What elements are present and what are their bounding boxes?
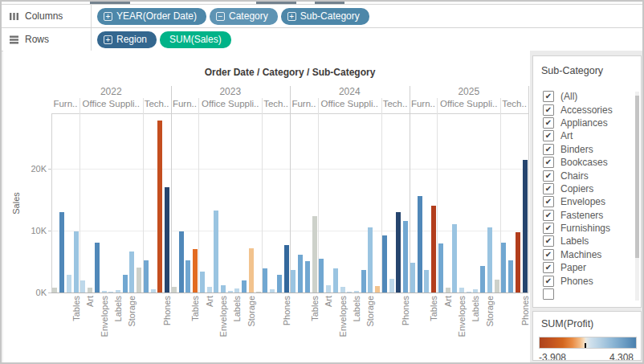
rows-shelf[interactable]: Rows +RegionSUM(Sales) — [2, 28, 642, 51]
bar-2023-storage[interactable] — [249, 248, 254, 292]
bar-2025-copiers[interactable] — [508, 260, 513, 292]
bar-2023-accessories[interactable] — [263, 268, 267, 292]
checkbox-checked-icon[interactable]: ✔ — [543, 249, 554, 260]
filter-item-envelopes[interactable]: ✔Envelopes — [533, 195, 641, 208]
checkbox-checked-icon[interactable]: ✔ — [543, 223, 554, 234]
bar-2023-binders[interactable] — [214, 211, 218, 292]
filter-scrollbar-thumb[interactable] — [635, 96, 639, 258]
filter-item-fasteners[interactable]: ✔Fasteners — [533, 209, 641, 222]
bar-2025-art[interactable] — [446, 288, 450, 292]
bar-2022-labels[interactable] — [116, 290, 120, 292]
pill-columns-year-order-date-[interactable]: +YEAR(Order Date) — [97, 8, 206, 25]
bar-2022-machines[interactable] — [157, 121, 162, 292]
bar-2022-copiers[interactable] — [151, 289, 156, 292]
bar-2024-storage[interactable] — [368, 227, 373, 292]
profit-gradient[interactable] — [539, 337, 637, 349]
bar-2023-fasteners[interactable] — [228, 291, 233, 292]
checkbox-checked-icon[interactable]: ✔ — [543, 183, 554, 194]
bar-2024-chairs[interactable] — [298, 255, 303, 292]
checkbox-checked-icon[interactable]: ✔ — [543, 276, 554, 287]
bar-2025-fasteners[interactable] — [467, 292, 471, 292]
bar-2024-fasteners[interactable] — [347, 292, 352, 292]
bar-2022-bookcases[interactable] — [52, 288, 57, 292]
bar-2022-storage[interactable] — [129, 252, 134, 292]
checkbox-icon[interactable] — [543, 288, 554, 300]
filter-item-art[interactable]: ✔Art — [533, 129, 641, 142]
bar-2025-furnishings[interactable] — [424, 270, 429, 292]
checkbox-checked-icon[interactable]: ✔ — [543, 104, 554, 116]
checkbox-checked-icon[interactable]: ✔ — [543, 170, 554, 182]
collapse-minus-icon[interactable]: − — [216, 12, 225, 21]
rows-pill-area[interactable]: +RegionSUM(Sales) — [92, 28, 642, 51]
checkbox-checked-icon[interactable]: ✔ — [543, 157, 554, 168]
checkbox-checked-icon[interactable]: ✔ — [543, 210, 554, 221]
bar-2022-fasteners[interactable] — [108, 292, 113, 292]
bar-2024-bookcases[interactable] — [291, 270, 296, 292]
filter-item-chairs[interactable]: ✔Chairs — [533, 169, 641, 182]
bar-2024-accessories[interactable] — [382, 235, 387, 292]
filter-item-phones[interactable]: ✔Phones — [533, 274, 641, 287]
bar-2022-binders[interactable] — [95, 243, 100, 292]
checkbox-checked-icon[interactable]: ✔ — [543, 235, 554, 247]
filter-item-furnishings[interactable]: ✔Furnishings — [533, 222, 641, 235]
bar-2024-envelopes[interactable] — [340, 287, 345, 292]
bar-2023-phones[interactable] — [284, 245, 289, 292]
checkbox-checked-icon[interactable]: ✔ — [543, 144, 554, 155]
bar-2025-machines[interactable] — [516, 232, 520, 292]
bar-2024-labels[interactable] — [354, 291, 359, 292]
bar-2023-tables[interactable] — [193, 249, 198, 292]
bar-2025-appliances[interactable] — [438, 243, 443, 292]
bar-2025-accessories[interactable] — [501, 243, 506, 292]
bar-2023-machines[interactable] — [277, 275, 282, 292]
filter-item-machines[interactable]: ✔Machines — [533, 248, 641, 261]
bar-2023-chairs[interactable] — [179, 231, 184, 292]
checkbox-checked-icon[interactable]: ✔ — [543, 91, 554, 102]
bar-2023-appliances[interactable] — [200, 272, 205, 292]
pill-columns-category[interactable]: −Category — [210, 8, 278, 25]
filter-item-clipped[interactable] — [533, 288, 641, 301]
bar-2024-binders[interactable] — [333, 268, 338, 292]
bar-2024-machines[interactable] — [396, 212, 401, 292]
checkbox-checked-icon[interactable]: ✔ — [543, 196, 554, 207]
bar-2022-chairs[interactable] — [59, 212, 64, 292]
filter-item-bookcases[interactable]: ✔Bookcases — [533, 156, 641, 169]
bar-2024-furnishings[interactable] — [305, 261, 310, 292]
bar-2022-paper[interactable] — [123, 275, 128, 292]
bar-2024-appliances[interactable] — [319, 259, 324, 292]
filter-item-copiers[interactable]: ✔Copiers — [533, 182, 641, 195]
bar-2025-supplies[interactable] — [495, 280, 499, 292]
filter-item-accessories[interactable]: ✔Accessories — [533, 103, 641, 116]
bar-2022-phones[interactable] — [165, 187, 169, 292]
bar-2025-storage[interactable] — [487, 227, 492, 292]
filter-item-appliances[interactable]: ✔Appliances — [533, 117, 641, 129]
bar-2025-phones[interactable] — [523, 160, 528, 292]
bar-2025-tables[interactable] — [431, 206, 436, 292]
checkbox-checked-icon[interactable]: ✔ — [543, 262, 554, 273]
bar-2024-supplies[interactable] — [375, 286, 380, 292]
bar-2023-labels[interactable] — [234, 288, 239, 292]
columns-pill-area[interactable]: +YEAR(Order Date)−Category+Sub-Category — [92, 5, 642, 27]
bar-2023-supplies[interactable] — [256, 292, 261, 292]
expand-plus-icon[interactable]: + — [104, 35, 112, 44]
bar-2025-chairs[interactable] — [418, 196, 422, 292]
checkbox-checked-icon[interactable]: ✔ — [543, 117, 554, 129]
bar-2023-bookcases[interactable] — [172, 287, 177, 292]
filter-item--all-[interactable]: ✔(All) — [533, 90, 641, 103]
bar-2025-labels[interactable] — [473, 289, 478, 292]
bar-2024-phones[interactable] — [403, 221, 408, 292]
bar-2022-envelopes[interactable] — [102, 291, 107, 292]
bar-2024-art[interactable] — [326, 285, 331, 292]
filter-item-labels[interactable]: ✔Labels — [533, 235, 641, 247]
expand-plus-icon[interactable]: + — [287, 12, 296, 21]
checkbox-checked-icon[interactable]: ✔ — [543, 130, 554, 141]
pill-rows-sum-sales-[interactable]: SUM(Sales) — [160, 31, 231, 48]
bar-2025-binders[interactable] — [452, 224, 457, 292]
bar-2022-supplies[interactable] — [137, 268, 141, 292]
filter-item-binders[interactable]: ✔Binders — [533, 143, 641, 156]
columns-shelf[interactable]: Columns +YEAR(Order Date)−Category+Sub-C… — [2, 5, 642, 28]
gradient-zero-tick[interactable] — [585, 343, 586, 348]
bar-2024-tables[interactable] — [312, 216, 317, 292]
chart-canvas[interactable]: Order Date / Category / Sub-CategorySale… — [3, 51, 530, 362]
bar-2023-paper[interactable] — [242, 280, 247, 292]
filter-item-paper[interactable]: ✔Paper — [533, 261, 641, 274]
